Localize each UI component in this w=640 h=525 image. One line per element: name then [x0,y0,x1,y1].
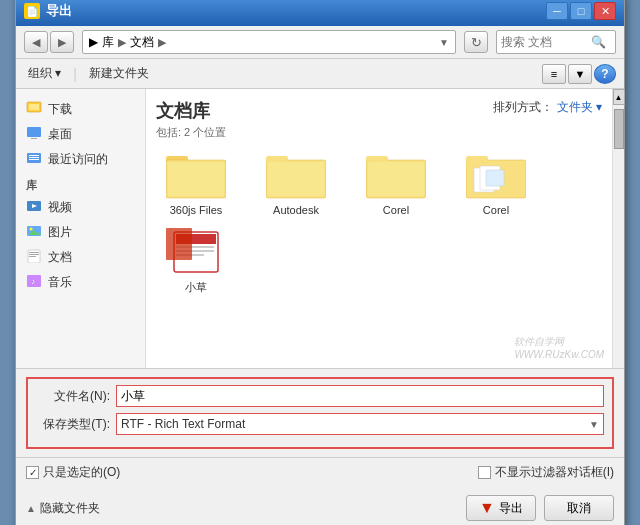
file-item-xiaocao[interactable]: 小草 [156,228,236,295]
folder-icon-corel2 [466,152,526,200]
view-icon-button[interactable]: ≡ [542,64,566,84]
no-filter-checkbox[interactable] [478,466,491,479]
sidebar-section-library: 库 [16,172,145,195]
path-sep-2: ▶ [158,36,166,49]
sidebar-item-download[interactable]: 下载 [16,97,145,122]
sidebar-item-music[interactable]: ♪ 音乐 [16,270,145,295]
sidebar-label-pictures: 图片 [48,224,72,241]
svg-rect-7 [29,159,39,160]
filetype-dropdown-arrow: ▼ [589,419,599,430]
view-dropdown-button[interactable]: ▼ [568,64,592,84]
svg-rect-25 [268,162,324,196]
sidebar-item-recent[interactable]: 最近访问的 [16,147,145,172]
documents-icon [26,249,42,266]
file-item-autodesk[interactable]: Autodesk [256,152,336,216]
file-icon-xiaocao [166,228,226,276]
path-dropdown-arrow[interactable]: ▼ [439,37,449,48]
video-icon [26,199,42,216]
svg-rect-22 [168,162,224,196]
svg-rect-16 [29,256,36,257]
file-label-corel2: Corel [483,204,509,216]
maximize-button[interactable]: □ [570,2,592,20]
svg-rect-33 [486,170,504,186]
sidebar-label-recent: 最近访问的 [48,151,108,168]
filetype-label: 保存类型(T): [36,416,116,433]
sidebar: 下载 桌面 最近访问的 库 视频 [16,89,146,368]
sidebar-item-video[interactable]: 视频 [16,195,145,220]
desktop-icon [26,126,42,143]
hide-folder-label: 隐藏文件夹 [40,500,100,517]
library-info: 文档库 包括: 2 个位置 [156,99,226,140]
files-grid: 360js Files Autodesk [156,152,602,216]
button-group: ▼ 导出 取消 [466,495,614,521]
search-bar: 🔍 [496,30,616,54]
svg-text:♪: ♪ [31,277,35,286]
forward-button[interactable]: ▶ [50,31,74,53]
title-bar-left: 📄 导出 [24,2,72,20]
folder-icon-corel1 [366,152,426,200]
svg-rect-14 [29,252,39,253]
sidebar-item-desktop[interactable]: 桌面 [16,122,145,147]
svg-rect-27 [366,156,388,162]
bottom-section: 文件名(N): 保存类型(T): RTF - Rich Text Format … [16,369,624,458]
main-content: 下载 桌面 最近访问的 库 视频 [16,89,624,369]
watermark: 软件自学网WWW.RUzKw.COM [514,335,604,360]
svg-rect-5 [29,155,39,156]
folder-icon-360js [166,152,226,200]
search-icon[interactable]: 🔍 [591,35,606,49]
svg-rect-30 [466,156,488,162]
filetype-value: RTF - Rich Text Format [121,417,245,431]
scroll-up-button[interactable]: ▲ [613,89,625,105]
sidebar-item-pictures[interactable]: 图片 [16,220,145,245]
action-bar: 组织 ▾ | 新建文件夹 ≡ ▼ ? [16,59,624,89]
minimize-button[interactable]: ─ [546,2,568,20]
chevron-up-icon: ▲ [26,503,36,514]
download-icon [26,101,42,118]
filename-input[interactable] [116,385,604,407]
sort-bar: 排列方式： 文件夹 ▾ [493,99,602,116]
only-selected-item: ✓ 只是选定的(O) [26,464,120,481]
organize-button[interactable]: 组织 ▾ [24,63,65,84]
close-button[interactable]: ✕ [594,2,616,20]
path-library: 库 [102,34,114,51]
svg-rect-1 [29,104,39,110]
svg-rect-6 [29,157,39,158]
export-label: 导出 [499,500,523,517]
svg-rect-2 [27,127,41,137]
path-documents: 文档 [130,34,154,51]
cancel-label: 取消 [567,500,591,517]
hide-folder-button[interactable]: ▲ 隐藏文件夹 [26,500,100,517]
export-button[interactable]: ▼ 导出 [466,495,536,521]
sort-value[interactable]: 文件夹 ▾ [557,99,602,116]
svg-rect-15 [29,254,39,255]
navigation-toolbar: ◀ ▶ ▶ 库 ▶ 文档 ▶ ▼ ↻ 🔍 [16,26,624,59]
help-button[interactable]: ? [594,64,616,84]
svg-rect-28 [368,162,424,196]
filetype-select[interactable]: RTF - Rich Text Format ▼ [116,413,604,435]
only-selected-label: 只是选定的(O) [43,464,120,481]
checkbox-row: ✓ 只是选定的(O) 不显示过滤器对话框(I) [16,458,624,487]
path-bar[interactable]: ▶ 库 ▶ 文档 ▶ ▼ [82,30,456,54]
back-button[interactable]: ◀ [24,31,48,53]
refresh-button[interactable]: ↻ [464,31,488,53]
music-icon: ♪ [26,274,42,291]
cancel-button[interactable]: 取消 [544,495,614,521]
scroll-thumb[interactable] [614,109,624,149]
file-item-corel1[interactable]: Corel [356,152,436,216]
file-label-xiaocao: 小草 [185,280,207,295]
nav-arrows: ◀ ▶ [24,31,74,53]
file-item-360js[interactable]: 360js Files [156,152,236,216]
title-controls: ─ □ ✕ [546,2,616,20]
recent-icon [26,151,42,168]
file-area: 文档库 包括: 2 个位置 排列方式： 文件夹 ▾ [146,89,612,368]
pictures-icon [26,224,42,241]
filename-row: 文件名(N): [36,385,604,407]
only-selected-checkbox[interactable]: ✓ [26,466,39,479]
file-item-corel2[interactable]: Corel [456,152,536,216]
form-box: 文件名(N): 保存类型(T): RTF - Rich Text Format … [26,377,614,449]
new-folder-button[interactable]: 新建文件夹 [85,63,153,84]
search-input[interactable] [501,35,591,49]
svg-rect-39 [166,228,192,260]
sidebar-label-music: 音乐 [48,274,72,291]
sidebar-item-documents[interactable]: 文档 [16,245,145,270]
